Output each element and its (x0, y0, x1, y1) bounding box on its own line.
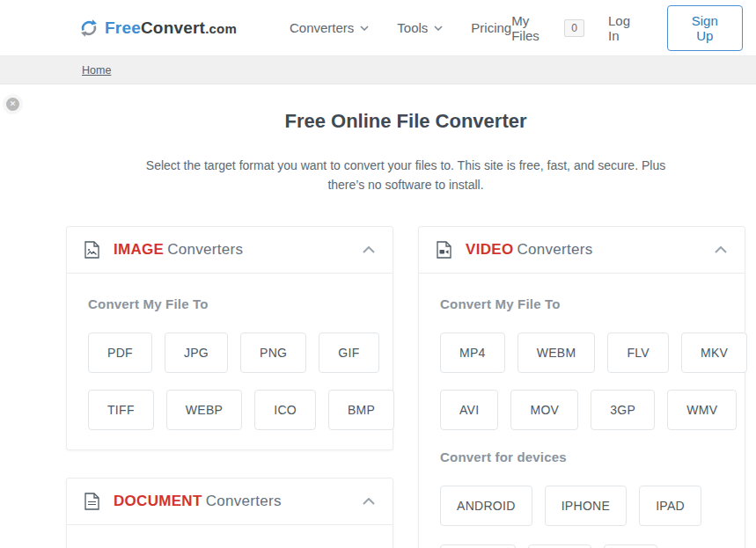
image-converters-card: IMAGEConverters Convert My File To PDF J… (66, 226, 393, 450)
format-button-mp4[interactable]: MP4 (440, 332, 505, 373)
video-converters-header[interactable]: VIDEOConverters (419, 227, 745, 274)
card-suffix-label: Converters (517, 241, 592, 258)
logo-free: Free (105, 18, 141, 37)
device-button-row-partial (440, 544, 723, 548)
converter-columns: IMAGEConverters Convert My File To PDF J… (66, 226, 745, 548)
format-button-mkv[interactable]: MKV (681, 332, 747, 373)
format-button-gif[interactable]: GIF (319, 332, 378, 373)
logo-convert: Convert (141, 18, 205, 37)
login-link[interactable]: Log In (608, 13, 642, 43)
device-button-partial[interactable] (528, 544, 591, 548)
card-suffix-label: Converters (206, 493, 282, 509)
card-title: DOCUMENTConverters (114, 493, 282, 510)
nav-pricing[interactable]: Pricing (471, 20, 511, 35)
format-button-3gp[interactable]: 3GP (591, 390, 655, 430)
format-button-webp[interactable]: WEBP (166, 390, 242, 430)
chevron-up-icon[interactable] (363, 498, 375, 505)
navbar: FreeConvert.com Converters Tools Pricing… (0, 0, 756, 56)
nav-pricing-label: Pricing (471, 20, 511, 35)
my-files-count-badge: 0 (564, 19, 584, 37)
card-type-label: DOCUMENT (114, 493, 202, 509)
chevron-down-icon (360, 26, 369, 31)
nav-right: My Files 0 Log In Sign Up (511, 5, 743, 51)
document-converters-body: Convert My File To (67, 525, 393, 548)
logo-tld: .com (205, 21, 237, 36)
refresh-logo-icon (79, 18, 99, 38)
main-content: Free Online File Converter Select the ta… (66, 110, 745, 548)
format-button-avi[interactable]: AVI (440, 390, 498, 430)
format-button-flv[interactable]: FLV (607, 332, 669, 373)
right-column: VIDEOConverters Convert My File To MP4 W… (418, 226, 745, 548)
format-button-pdf[interactable]: PDF (88, 332, 152, 373)
breadcrumb-home-link[interactable]: Home (82, 64, 111, 77)
format-button-bmp[interactable]: BMP (328, 390, 394, 430)
format-button-webm[interactable]: WEBM (517, 332, 596, 373)
chevron-up-icon[interactable] (715, 246, 727, 253)
device-button-partial[interactable] (440, 544, 516, 548)
device-button-android[interactable]: ANDROID (440, 486, 532, 526)
card-title: IMAGEConverters (114, 241, 243, 259)
video-file-icon (437, 241, 451, 259)
my-files-link[interactable]: My Files 0 (511, 13, 584, 43)
format-button-mov[interactable]: MOV (510, 390, 578, 430)
device-button-iphone[interactable]: IPHONE (545, 486, 627, 526)
format-button-tiff[interactable]: TIFF (88, 390, 154, 430)
document-file-icon (84, 493, 99, 510)
format-button-ico[interactable]: ICO (254, 390, 316, 430)
section-heading: Convert My File To (440, 296, 723, 311)
device-button-ipad[interactable]: IPAD (639, 486, 701, 526)
video-converters-card: VIDEOConverters Convert My File To MP4 W… (418, 226, 745, 548)
main-nav: Converters Tools Pricing (290, 20, 511, 35)
nav-tools-label: Tools (397, 20, 428, 35)
image-converters-body: Convert My File To PDF JPG PNG GIF TIFF … (67, 274, 393, 449)
device-button-partial[interactable] (604, 544, 657, 548)
format-button-row: MP4 WEBM FLV MKV (440, 332, 723, 373)
my-files-label: My Files (511, 13, 556, 43)
format-button-wmv[interactable]: WMV (667, 390, 737, 430)
format-button-png[interactable]: PNG (240, 332, 306, 373)
image-converters-header[interactable]: IMAGEConverters (67, 227, 393, 274)
card-suffix-label: Converters (167, 241, 243, 258)
device-button-row: ANDROID IPHONE IPAD (440, 486, 723, 526)
format-button-row: TIFF WEBP ICO BMP (88, 390, 371, 430)
video-converters-body: Convert My File To MP4 WEBM FLV MKV AVI … (419, 274, 745, 548)
nav-converters[interactable]: Converters (290, 20, 369, 35)
document-converters-card: DOCUMENTConverters Convert My File To (66, 478, 393, 548)
breadcrumb: Home (0, 56, 756, 84)
nav-converters-label: Converters (290, 20, 354, 35)
section-heading: Convert My File To (88, 296, 371, 311)
chevron-down-icon (434, 26, 443, 31)
page-subtitle: Select the target format you want to con… (131, 156, 681, 194)
card-title: VIDEOConverters (466, 241, 593, 259)
format-button-row: AVI MOV 3GP WMV (440, 390, 723, 430)
signup-button[interactable]: Sign Up (667, 5, 744, 51)
image-file-icon (84, 241, 99, 259)
logo-text: FreeConvert.com (105, 18, 237, 38)
card-type-label: IMAGE (114, 241, 164, 258)
section-heading-devices: Convert for devices (440, 449, 723, 464)
logo[interactable]: FreeConvert.com (79, 18, 237, 38)
page-title: Free Online File Converter (66, 110, 745, 133)
format-button-row: PDF JPG PNG GIF (88, 332, 371, 373)
chevron-up-icon[interactable] (363, 246, 375, 253)
format-button-jpg[interactable]: JPG (165, 332, 228, 373)
document-converters-header[interactable]: DOCUMENTConverters (67, 479, 393, 525)
nav-tools[interactable]: Tools (397, 20, 443, 35)
close-icon[interactable]: ✕ (6, 98, 19, 111)
left-column: IMAGEConverters Convert My File To PDF J… (66, 226, 393, 548)
card-type-label: VIDEO (466, 241, 513, 258)
